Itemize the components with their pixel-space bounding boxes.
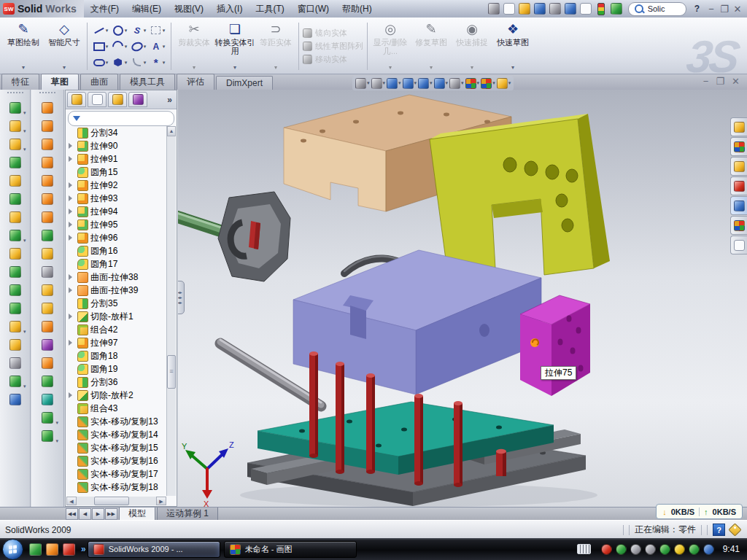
doc-minimize-button[interactable]: − bbox=[703, 76, 709, 87]
feature-tree-item[interactable]: 实体-移动/复制13 bbox=[67, 415, 167, 428]
scroll-right-arrow[interactable]: ▶ bbox=[156, 497, 166, 505]
search-box[interactable] bbox=[628, 2, 686, 16]
menu-item[interactable]: 窗口(W) bbox=[291, 0, 336, 18]
feature-tree-item[interactable]: 圆角19 bbox=[67, 362, 167, 376]
tree-vertical-scrollbar[interactable]: ▲ bbox=[166, 126, 176, 496]
toolbar-grip[interactable] bbox=[7, 92, 23, 96]
expand-arrow-icon[interactable] bbox=[69, 274, 75, 280]
feature-tree-item[interactable]: 拉伸97 bbox=[67, 336, 167, 349]
expand-arrow-icon[interactable] bbox=[69, 287, 75, 293]
menu-item[interactable]: 工具(T) bbox=[249, 0, 290, 18]
volume-icon[interactable] bbox=[645, 544, 656, 555]
ime-keyboard-icon[interactable] bbox=[577, 544, 591, 554]
taskbar-task-button[interactable]: SolidWorks 2009 - ... bbox=[88, 541, 220, 558]
command-button[interactable]: 镜向实体 bbox=[303, 28, 363, 39]
command-button[interactable]: ❖ 快速草图 ▾ bbox=[492, 19, 533, 74]
ribbon-tab[interactable]: 曲面 bbox=[80, 74, 118, 90]
quick-tips-icon[interactable]: ? bbox=[713, 524, 725, 536]
scroll-up-arrow[interactable]: ▲ bbox=[167, 126, 176, 136]
feature-tree-item[interactable]: 圆角16 bbox=[67, 244, 167, 257]
feature-tree-item[interactable]: 拉伸90 bbox=[67, 139, 167, 152]
command-button[interactable]: ⊃ 等距实体 ▾ bbox=[255, 19, 296, 74]
feature-tree-item[interactable]: 实体-移动/复制15 bbox=[67, 441, 167, 454]
command-button[interactable]: ✂ 剪裁实体 ▾ bbox=[174, 19, 214, 74]
dropdown-arrow-icon[interactable]: ▾ bbox=[233, 63, 236, 74]
menu-item[interactable]: 视图(V) bbox=[168, 0, 210, 18]
study-tab[interactable]: 运动算例 1 bbox=[157, 508, 218, 521]
menu-item[interactable]: 帮助(H) bbox=[336, 0, 379, 18]
command-button[interactable]: ◎ 显示/删除几... ▾ bbox=[370, 19, 411, 74]
menu-item[interactable]: 编辑(E) bbox=[125, 0, 168, 18]
study-nav-button[interactable]: ◀ bbox=[79, 508, 91, 520]
expand-arrow-icon[interactable] bbox=[69, 156, 75, 162]
messenger-icon[interactable] bbox=[29, 543, 42, 556]
dropdown-arrow-icon[interactable]: ▾ bbox=[193, 63, 196, 74]
model-canvas[interactable]: Y Z X bbox=[178, 90, 747, 507]
help-button[interactable]: ? bbox=[692, 4, 703, 14]
graphics-viewport[interactable]: Y Z X 拉伸75 ◂▸◂▸◂▸ bbox=[178, 90, 747, 507]
dropdown-arrow-icon[interactable]: ▾ bbox=[274, 63, 277, 74]
feature-tree-item[interactable]: 圆角18 bbox=[67, 349, 167, 362]
study-tab[interactable]: 模型 bbox=[119, 508, 155, 521]
minimize-button[interactable]: − bbox=[705, 4, 718, 15]
feature-tree-item[interactable]: 实体-移动/复制18 bbox=[67, 481, 167, 494]
study-nav-button[interactable]: ▶▶ bbox=[105, 508, 117, 520]
ribbon-tab[interactable]: 特征 bbox=[1, 74, 39, 90]
feature-tree-item[interactable]: 实体-移动/复制17 bbox=[67, 467, 167, 481]
expand-arrow-icon[interactable] bbox=[69, 235, 75, 241]
tree-horizontal-scrollbar[interactable]: ◀ ▶ bbox=[66, 497, 166, 505]
doc-restore-button[interactable]: ❐ bbox=[716, 76, 724, 87]
expand-arrow-icon[interactable] bbox=[69, 392, 75, 398]
feature-tree-item[interactable]: 拉伸95 bbox=[67, 218, 167, 231]
expand-arrow-icon[interactable] bbox=[69, 195, 75, 201]
feature-tree-item[interactable]: 组合43 bbox=[67, 402, 167, 415]
feature-tree-item[interactable]: 实体-移动/复制14 bbox=[67, 428, 167, 441]
solidworks-launcher-icon[interactable] bbox=[63, 543, 75, 556]
ribbon-tab[interactable]: 草图 bbox=[41, 74, 79, 90]
shield-icon[interactable] bbox=[616, 544, 627, 555]
menu-item[interactable]: 文件(F) bbox=[84, 0, 125, 18]
quick-launch-chevron[interactable]: » bbox=[81, 544, 86, 554]
scroll-left-arrow[interactable]: ◀ bbox=[66, 497, 77, 505]
antivirus-icon[interactable] bbox=[601, 544, 612, 555]
command-button[interactable]: ✎ 草图绘制 ▾ bbox=[3, 19, 44, 74]
feature-tree-item[interactable]: 拉伸92 bbox=[67, 179, 167, 192]
scroll-thumb[interactable] bbox=[167, 355, 176, 389]
dropdown-arrow-icon[interactable]: ▾ bbox=[63, 63, 66, 74]
tree-filter-box[interactable] bbox=[68, 111, 174, 126]
dropdown-arrow-icon[interactable]: ▾ bbox=[511, 63, 514, 74]
feature-tree-item[interactable]: 切除-放样1 bbox=[67, 310, 167, 323]
expand-arrow-icon[interactable] bbox=[69, 314, 75, 319]
taskbar-task-button[interactable]: 未命名 - 画图 bbox=[224, 541, 357, 558]
study-nav-button[interactable]: ▶ bbox=[92, 508, 104, 520]
certificate-icon[interactable] bbox=[630, 544, 641, 555]
feature-tree-item[interactable]: 圆角17 bbox=[67, 257, 167, 271]
command-button[interactable]: ◇ 智能尺寸 ▾ bbox=[44, 19, 85, 74]
dropdown-arrow-icon[interactable]: ▾ bbox=[471, 63, 473, 74]
feature-tree-item[interactable]: 曲面-拉伸38 bbox=[67, 271, 167, 284]
model-magenta-block[interactable] bbox=[520, 295, 590, 396]
feature-tree-item[interactable]: 分割34 bbox=[67, 126, 167, 139]
feature-tree-item[interactable]: 曲面-拉伸39 bbox=[67, 284, 167, 297]
command-button[interactable]: ✎ 修复草图 ▾ bbox=[411, 19, 452, 74]
feature-tree-item[interactable]: 组合42 bbox=[67, 323, 167, 336]
feature-tree-item[interactable]: 实体-移动/复制16 bbox=[67, 454, 167, 467]
dropdown-arrow-icon[interactable]: ▾ bbox=[430, 63, 433, 74]
scroll-thumb[interactable] bbox=[94, 497, 129, 505]
security-suite-icon[interactable] bbox=[46, 543, 58, 556]
expand-arrow-icon[interactable] bbox=[69, 209, 75, 214]
feature-tree-item[interactable]: 切除-放样2 bbox=[67, 389, 167, 402]
command-button[interactable]: ❏ 转换实体引用 ▾ bbox=[214, 19, 255, 74]
restore-button[interactable]: ❐ bbox=[718, 4, 731, 15]
expand-arrow-icon[interactable] bbox=[69, 143, 75, 149]
feature-tree-item[interactable]: 分割35 bbox=[67, 297, 167, 310]
menu-item[interactable]: 插入(I) bbox=[210, 0, 249, 18]
alert-icon[interactable] bbox=[674, 544, 685, 555]
command-button[interactable]: ◉ 快速捕捉 ▾ bbox=[452, 19, 492, 74]
feature-tree-item[interactable]: 拉伸96 bbox=[67, 231, 167, 244]
panel-splitter-handle[interactable]: ◂▸◂▸◂▸ bbox=[178, 281, 185, 314]
study-nav-button[interactable]: ◀◀ bbox=[66, 508, 78, 520]
start-button[interactable] bbox=[2, 539, 23, 560]
expand-arrow-icon[interactable] bbox=[69, 222, 75, 228]
command-button[interactable]: 移动实体 bbox=[303, 54, 363, 65]
